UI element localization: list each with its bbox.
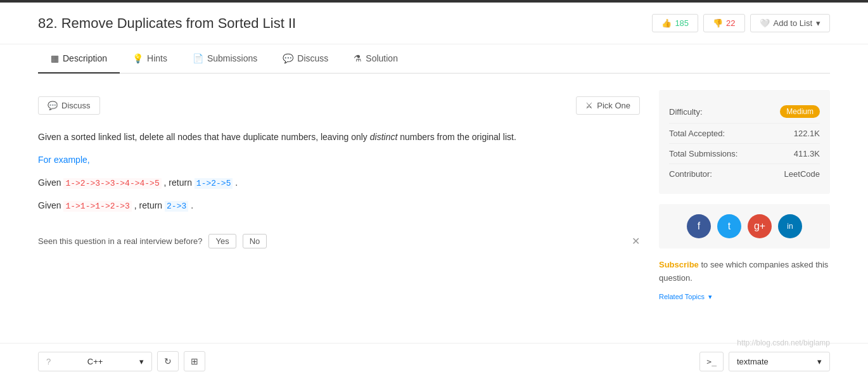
googleplus-icon: g+ xyxy=(754,221,765,232)
pick-one-label: Pick One xyxy=(597,101,630,110)
tab-submissions-label: Submissions xyxy=(207,53,257,63)
linkedin-button[interactable]: in xyxy=(778,214,802,238)
problem-title: 82. Remove Duplicates from Sorted List I… xyxy=(38,15,296,32)
chevron-down-icon: ▾ xyxy=(708,293,712,301)
difficulty-badge: Medium xyxy=(780,105,820,118)
for-example: For example, xyxy=(38,153,640,168)
facebook-icon: f xyxy=(698,221,700,232)
desc-text1: Given a sorted linked list, delete all n… xyxy=(38,132,370,142)
given1c-text: . xyxy=(233,177,238,188)
action-bar: 💬 Discuss ⚔ Pick One xyxy=(38,96,640,115)
description-line1: Given a sorted linked list, delete all n… xyxy=(38,130,640,145)
total-submissions-value: 411.3K xyxy=(794,149,820,158)
example-2: Given 1->1->1->2->3 , return 2->3 . xyxy=(38,198,640,214)
code2: 1->1->1->2->3 xyxy=(63,201,131,212)
tab-hints[interactable]: 💡 Hints xyxy=(120,44,180,74)
contributor-label: Contributor: xyxy=(669,169,712,179)
discuss-icon: 💬 xyxy=(283,53,293,63)
desc-text1b: numbers from the original list. xyxy=(397,132,516,142)
given1b-text: , return xyxy=(162,177,195,188)
total-accepted-label: Total Accepted: xyxy=(669,129,725,138)
problem-description: Given a sorted linked list, delete all n… xyxy=(38,130,640,214)
discuss-btn-label: Discuss xyxy=(61,101,91,110)
twitter-icon: t xyxy=(728,221,731,232)
pick-one-button[interactable]: ⚔ Pick One xyxy=(576,96,640,115)
close-icon[interactable]: ✕ xyxy=(632,235,640,247)
code1b: 1->2->5 xyxy=(195,178,233,189)
difficulty-label: Difficulty: xyxy=(669,107,703,117)
googleplus-button[interactable]: g+ xyxy=(748,214,772,238)
tab-hints-label: Hints xyxy=(147,53,167,63)
given2-text: Given xyxy=(38,200,63,210)
related-topics-label: Related Topics xyxy=(659,293,705,300)
discuss-icon-btn: 💬 xyxy=(48,101,58,110)
given1-text: Given xyxy=(38,177,63,188)
vote-down-button[interactable]: 👎 22 xyxy=(703,14,744,32)
linkedin-icon: in xyxy=(787,222,793,231)
tab-submissions[interactable]: 📄 Submissions xyxy=(180,44,270,74)
given2c-text: . xyxy=(188,200,193,210)
vote-down-count: 22 xyxy=(726,18,735,28)
total-submissions-row: Total Submissions: 411.3K xyxy=(669,144,820,164)
tabs: ▦ Description 💡 Hints 📄 Submissions 💬 Di… xyxy=(38,44,830,74)
total-accepted-value: 122.1K xyxy=(794,129,820,138)
tab-discuss-label: Discuss xyxy=(297,53,328,63)
subscribe-section: Subscribe to see which companies asked t… xyxy=(659,259,830,293)
difficulty-row: Difficulty: Medium xyxy=(669,100,820,124)
bulb-icon: 💡 xyxy=(132,53,143,63)
example-1: Given 1->2->3->3->4->4->5 , return 1->2-… xyxy=(38,176,640,191)
thumbs-up-icon: 👍 xyxy=(661,18,672,28)
thumbs-down-icon: 👎 xyxy=(713,18,723,28)
tab-solution-label: Solution xyxy=(366,53,398,63)
contributor-row: Contributor: LeetCode xyxy=(669,164,820,184)
sidebar-stats: Difficulty: Medium Total Accepted: 122.1… xyxy=(659,90,830,194)
save-button[interactable]: ⊞ xyxy=(184,351,205,352)
refresh-button[interactable]: ↻ xyxy=(157,351,179,352)
related-topics[interactable]: Related Topics ▾ xyxy=(659,293,830,301)
twitter-button[interactable]: t xyxy=(717,214,741,238)
interview-question: Seen this question in a real interview b… xyxy=(38,234,640,248)
tab-discuss[interactable]: 💬 Discuss xyxy=(270,44,341,74)
contributor-value: LeetCode xyxy=(784,169,820,179)
vote-up-button[interactable]: 👍 185 xyxy=(652,14,698,32)
facebook-button[interactable]: f xyxy=(687,214,711,238)
no-button[interactable]: No xyxy=(243,234,267,248)
list-icon: ▦ xyxy=(51,53,59,63)
chevron-down-icon: ▾ xyxy=(816,18,820,28)
vote-up-count: 185 xyxy=(675,18,689,28)
header-actions: 👍 185 👎 22 🤍 Add to List ▾ xyxy=(652,14,830,32)
desc-italic: distinct xyxy=(370,132,398,142)
add-to-list-label: Add to List xyxy=(774,18,812,28)
tab-description-label: Description xyxy=(63,53,107,63)
solution-icon: ⚗ xyxy=(354,53,362,63)
code1: 1->2->3->3->4->4->5 xyxy=(63,178,161,189)
header: 82. Remove Duplicates from Sorted List I… xyxy=(0,3,868,44)
watermark: http://blog.csdn.net/biglamp xyxy=(737,338,830,347)
interview-question-text: Seen this question in a real interview b… xyxy=(38,236,202,246)
sidebar: Difficulty: Medium Total Accepted: 122.1… xyxy=(659,84,830,301)
add-to-list-button[interactable]: 🤍 Add to List ▾ xyxy=(750,14,830,32)
tab-solution[interactable]: ⚗ Solution xyxy=(341,44,411,74)
main-container: 💬 Discuss ⚔ Pick One Given a sorted link… xyxy=(0,74,868,352)
code2b: 2->3 xyxy=(165,201,188,212)
example-label: For example, xyxy=(38,155,90,165)
subscribe-link[interactable]: Subscribe xyxy=(659,260,699,269)
given2b-text: , return xyxy=(132,200,165,210)
heart-icon: 🤍 xyxy=(760,18,770,28)
content-area: 💬 Discuss ⚔ Pick One Given a sorted link… xyxy=(38,84,640,301)
pick-one-icon: ⚔ xyxy=(585,101,593,110)
tabs-container: ▦ Description 💡 Hints 📄 Submissions 💬 Di… xyxy=(0,44,868,74)
yes-button[interactable]: Yes xyxy=(208,234,236,248)
discuss-button[interactable]: 💬 Discuss xyxy=(38,96,100,115)
total-accepted-row: Total Accepted: 122.1K xyxy=(669,124,820,144)
social-section: f t g+ in xyxy=(659,204,830,248)
submissions-icon: 📄 xyxy=(193,53,203,63)
tab-description[interactable]: ▦ Description xyxy=(38,44,120,74)
total-submissions-label: Total Submissions: xyxy=(669,149,737,158)
